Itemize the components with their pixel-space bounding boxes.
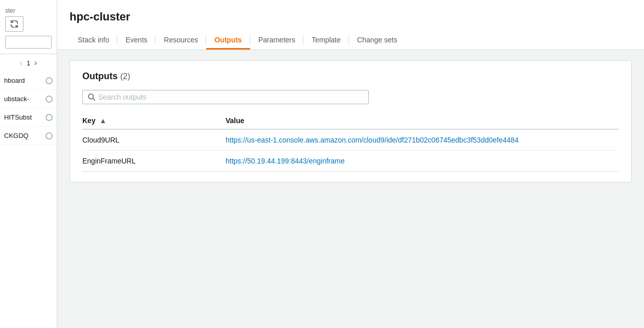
sidebar-item-ckgdq[interactable]: CKGDQ <box>0 127 57 145</box>
outputs-table: Key ▲ Value Cloud9URL https://us-east-1.… <box>82 112 619 172</box>
page-title: hpc-cluster <box>70 10 632 24</box>
sidebar-item-radio <box>46 77 53 84</box>
column-header-key: Key ▲ <box>82 112 226 129</box>
sidebar-item-dashboard[interactable]: hboard <box>0 72 57 90</box>
outputs-card: Outputs (2) Key ▲ <box>70 60 632 182</box>
refresh-icon <box>11 20 18 28</box>
prev-page-button[interactable]: ‹ <box>19 58 24 67</box>
next-page-button[interactable]: › <box>33 58 38 67</box>
sidebar-item-radio <box>46 96 53 103</box>
tab-parameters[interactable]: Parameters <box>250 32 303 50</box>
svg-line-1 <box>93 98 95 100</box>
output-value-enginframeurl: https://50.19.44.199:8443/enginframe <box>226 151 619 172</box>
sidebar-item-substack[interactable]: ubstack- <box>0 90 57 108</box>
sidebar-item-radio <box>46 132 53 139</box>
page-number: 1 <box>27 59 30 67</box>
column-header-value: Value <box>226 112 619 129</box>
tab-resources[interactable]: Resources <box>156 32 206 50</box>
outputs-search-input[interactable] <box>98 93 363 101</box>
tab-events[interactable]: Events <box>117 32 156 50</box>
sidebar-item-label: HITSubst <box>4 113 32 121</box>
outputs-heading: Outputs (2) <box>82 71 619 82</box>
cloud9-url-link[interactable]: https://us-east-1.console.aws.amazon.com… <box>226 136 519 144</box>
sidebar: ster ‹ 1 › hboard ubstack- HITSubst <box>0 0 57 328</box>
sort-icon: ▲ <box>100 116 107 125</box>
sidebar-item-radio <box>46 114 53 121</box>
main-content: hpc-cluster Stack info Events Resources … <box>57 0 644 328</box>
enginframe-url-link[interactable]: https://50.19.44.199:8443/enginframe <box>226 157 345 165</box>
output-key-cloud9url: Cloud9URL <box>82 129 226 151</box>
search-icon <box>88 93 95 101</box>
sidebar-stack-label: ster <box>5 7 15 14</box>
outputs-count: (2) <box>120 72 130 81</box>
main-header: hpc-cluster Stack info Events Resources … <box>57 0 644 50</box>
tabs-list: Stack info Events Resources Outputs Para… <box>70 32 632 50</box>
sidebar-items-list: hboard ubstack- HITSubst CKGDQ <box>0 72 57 328</box>
tab-template[interactable]: Template <box>303 32 349 50</box>
search-container <box>82 90 369 104</box>
sidebar-item-label: hboard <box>4 77 25 84</box>
tab-stack-info[interactable]: Stack info <box>70 32 117 50</box>
sidebar-search-input[interactable] <box>5 36 52 49</box>
sidebar-item-label: CKGDQ <box>4 132 29 139</box>
table-row: EnginFrameURL https://50.19.44.199:8443/… <box>82 151 619 172</box>
sidebar-top: ster <box>0 0 57 54</box>
content-area: Outputs (2) Key ▲ <box>57 50 644 328</box>
tab-outputs[interactable]: Outputs <box>206 32 250 50</box>
refresh-button[interactable] <box>5 16 24 32</box>
tab-change-sets[interactable]: Change sets <box>349 32 406 50</box>
sidebar-item-hitsubst[interactable]: HITSubst <box>0 108 57 127</box>
search-row <box>82 90 619 104</box>
output-value-cloud9url: https://us-east-1.console.aws.amazon.com… <box>226 129 619 151</box>
table-row: Cloud9URL https://us-east-1.console.aws.… <box>82 129 619 151</box>
sidebar-item-label: ubstack- <box>4 95 29 103</box>
output-key-enginframeurl: EnginFrameURL <box>82 151 226 172</box>
pagination-row: ‹ 1 › <box>0 54 57 72</box>
